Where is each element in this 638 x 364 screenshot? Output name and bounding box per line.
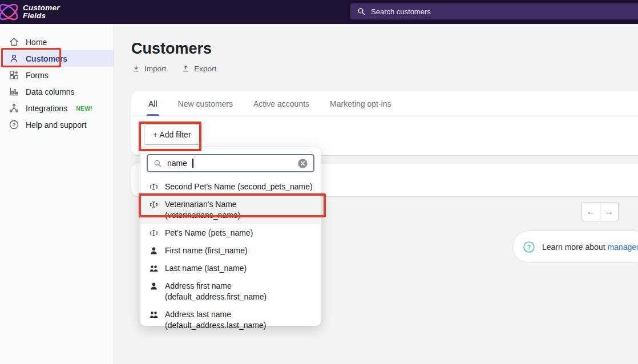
sidebar-nav: Home Customers Forms Data columns xyxy=(0,24,114,364)
tab-active-accounts[interactable]: Active accounts xyxy=(245,91,317,116)
import-button[interactable]: Import xyxy=(132,64,166,73)
managed-customers-link[interactable]: managed cu xyxy=(607,242,638,252)
text-field-icon xyxy=(149,228,159,238)
help-banner: ? Learn more about managed cu xyxy=(512,230,638,263)
customers-card: All New customers Active accounts Market… xyxy=(131,91,638,155)
filter-option-pet-s-name-pets-name[interactable]: Pet's Name (pets_name) xyxy=(140,224,321,242)
filter-options-list: Second Pet's Name (second_pets_name) Vet… xyxy=(140,178,321,334)
filter-option-last-name-last-name[interactable]: Last name (last_name) xyxy=(140,260,321,277)
logo-wordmark: Customer Fields xyxy=(23,4,60,20)
arrow-left-icon: ← xyxy=(587,207,596,217)
sidebar-item-forms[interactable]: Forms xyxy=(0,67,114,83)
sidebar-item-customers[interactable]: Customers xyxy=(0,50,114,67)
filter-option-label: First name (first_name) xyxy=(165,245,248,256)
sidebar-item-label: Forms xyxy=(26,71,49,80)
page-title: Customers xyxy=(131,40,212,58)
svg-text:?: ? xyxy=(13,122,16,128)
question-circle-icon: ? xyxy=(523,241,535,253)
filter-option-label: Last name (last_name) xyxy=(165,263,247,274)
tab-new-customers[interactable]: New customers xyxy=(170,91,241,116)
export-button[interactable]: Export xyxy=(181,64,216,73)
sidebar-item-label: Help and support xyxy=(26,120,87,130)
svg-text:?: ? xyxy=(527,244,531,250)
text-cursor xyxy=(192,159,193,168)
tab-all[interactable]: All xyxy=(140,91,165,116)
customers-icon xyxy=(9,53,19,64)
filter-search-input[interactable]: name xyxy=(147,154,314,172)
filter-option-label: Address first name (default_address.firs… xyxy=(165,281,314,302)
clear-search-icon[interactable] xyxy=(297,158,308,169)
arrow-right-icon: → xyxy=(605,207,614,217)
data-columns-icon xyxy=(9,86,19,97)
sidebar-item-label: Data columns xyxy=(26,87,75,96)
search-placeholder: Search customers xyxy=(371,7,431,16)
people-icon xyxy=(149,310,159,319)
sidebar-item-integrations[interactable]: Integrations NEW! xyxy=(0,100,114,116)
filter-option-label: Veterinarian's Name (veterinarians_name) xyxy=(165,199,314,221)
new-badge: NEW! xyxy=(76,105,92,112)
search-input[interactable]: Search customers xyxy=(350,3,638,19)
text-field-icon xyxy=(149,200,159,209)
person-icon xyxy=(149,246,159,256)
logo-atom-icon xyxy=(0,1,22,23)
sidebar-item-label: Home xyxy=(26,38,47,47)
download-icon xyxy=(132,64,140,73)
tab-marketing-opt-ins[interactable]: Marketing opt-ins xyxy=(322,91,399,116)
filter-option-address-last-name-default-address-last-n[interactable]: Address last name (default_address.last_… xyxy=(140,306,321,334)
filter-option-second-pet-s-name-second-pets-name[interactable]: Second Pet's Name (second_pets_name) xyxy=(140,178,321,196)
sidebar-item-label: Customers xyxy=(26,54,67,63)
filter-option-first-name-first-name[interactable]: First name (first_name) xyxy=(140,242,321,260)
help-banner-text: Learn more about managed cu xyxy=(542,242,638,252)
search-icon xyxy=(357,7,366,16)
integrations-icon xyxy=(9,103,19,114)
filter-option-label: Address last name (default_address.last_… xyxy=(165,309,314,331)
filter-option-label: Pet's Name (pets_name) xyxy=(165,228,253,238)
upload-icon xyxy=(181,64,190,73)
text-field-icon xyxy=(149,182,159,192)
forms-icon xyxy=(9,70,19,80)
sidebar-item-help-and-support[interactable]: ? Help and support xyxy=(0,116,114,133)
sidebar-item-label: Integrations xyxy=(26,104,67,113)
sidebar-item-data-columns[interactable]: Data columns xyxy=(0,83,114,100)
people-icon xyxy=(149,264,159,273)
app-logo[interactable]: Customer Fields xyxy=(0,1,60,23)
import-export-row: Import Export xyxy=(132,64,216,73)
tab-bar: All New customers Active accounts Market… xyxy=(131,91,638,116)
home-icon xyxy=(9,37,19,47)
app-window: Customer Fields Search customers Home Cu… xyxy=(0,0,638,364)
help-icon: ? xyxy=(9,119,19,130)
sidebar-item-home[interactable]: Home xyxy=(0,34,114,50)
filter-option-label: Second Pet's Name (second_pets_name) xyxy=(165,181,313,192)
filter-option-veterinarian-s-name-veterinarians-name[interactable]: Veterinarian's Name (veterinarians_name) xyxy=(140,196,321,224)
next-page-button[interactable]: → xyxy=(600,202,619,221)
pagination: ← → xyxy=(582,202,619,221)
search-icon xyxy=(153,159,163,168)
add-filter-button[interactable]: + Add filter xyxy=(144,124,200,145)
filter-search-value: name xyxy=(167,159,187,168)
filter-option-address-first-name-default-address-first[interactable]: Address first name (default_address.firs… xyxy=(140,277,321,306)
filter-dropdown: name Second Pet's Name (second_pets_name… xyxy=(140,147,321,326)
person-icon xyxy=(149,281,159,291)
topbar: Customer Fields Search customers xyxy=(0,0,638,24)
previous-page-button[interactable]: ← xyxy=(582,202,600,221)
